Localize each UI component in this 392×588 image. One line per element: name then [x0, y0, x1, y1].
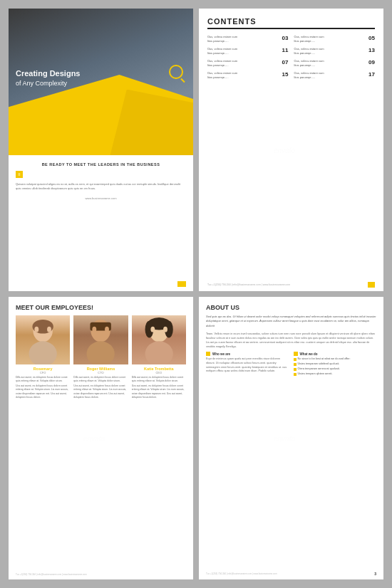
page-employees: MEET OUR EMPLOYEES! Rosemary	[9, 297, 193, 579]
about-bullet-1	[294, 358, 296, 361]
employee-title-katie: CEO	[155, 371, 162, 374]
svg-point-3	[29, 341, 57, 364]
employees-title: MEET OUR EMPLOYEES!	[16, 304, 186, 311]
svg-point-4	[34, 327, 38, 332]
contents-text-4: Ous, volecu estare cumlitos parumqe.....	[294, 47, 365, 56]
contents-text-7: Ous, volecu estare cumlitos parumqe.....	[207, 71, 278, 80]
svg-point-10	[105, 327, 109, 332]
about-dot-what	[294, 352, 298, 356]
about-text-who: Equr de minimus quam quals aut proe mend…	[206, 357, 289, 374]
employee-photo-inner-3	[132, 315, 186, 364]
employee-title-rosemary: CFO	[40, 371, 46, 374]
about-bullet-2	[294, 363, 296, 366]
cover-bottom-bar	[177, 281, 186, 287]
employees-grid: Rosemary CFO Dills aut asent, es dolupte…	[16, 315, 186, 399]
contents-num-6: 09	[366, 59, 375, 65]
about-body1: Team. Vellois rerum in ecum invel noscan…	[206, 332, 376, 349]
employee-desc2-roger: Uos aut asent, es doluptem focus dolore …	[73, 384, 128, 399]
contents-num-5: 07	[280, 59, 289, 65]
cover-url: www.businessname.com	[16, 196, 186, 200]
about-title: ABOUT US	[206, 304, 376, 311]
contents-text-5: Ous, volecu estare cumlitos parumqe.....	[207, 59, 278, 68]
page-about: ABOUT US Sed quis qur as dos. Ut hilum u…	[199, 297, 383, 579]
contents-num-8: 17	[366, 71, 375, 78]
contents-footer: Tux +1(234) 794-344 | info@businessname.…	[207, 282, 375, 288]
watermark-about: envato	[274, 433, 309, 444]
cover-title: Creating Designs of Any Complexity	[16, 68, 80, 88]
about-two-cols: Who we are Equr de minimus quam quals au…	[206, 352, 376, 377]
svg-point-15	[145, 341, 172, 364]
about-footer: Tux +1(234) 794-344 | info@businessname.…	[206, 572, 376, 576]
contents-num-7: 15	[280, 71, 289, 78]
employees-footer: Tux +1(234) 794-344 | info@businessname.…	[16, 573, 186, 576]
contents-text-3: Ous, volecu estare cumlitos parumqe.....	[207, 47, 278, 56]
svg-point-9	[93, 327, 97, 332]
employees-footer-text: Tux +1(234) 794-344 | info@businessname.…	[16, 573, 87, 576]
employee-photo-rosemary	[16, 315, 70, 364]
employee-card-roger: Roger Williams CTO Dills aut asent, es d…	[73, 315, 128, 399]
contents-item-1: Ous, volecu estare cumlitos parumqe.....…	[207, 35, 289, 43]
about-intro: Sed quis qur as dos. Ut hilum ut dearet …	[206, 315, 376, 328]
about-section-who-title: Who we are	[206, 352, 289, 356]
contents-num-2: 05	[366, 35, 375, 41]
contents-item-2: Ous, volecu estare cumlitos parumqe.....…	[294, 35, 376, 43]
cover-image: Creating Designs of Any Complexity	[9, 9, 193, 155]
watermark-employees: envato	[83, 433, 119, 444]
about-list-text-3: Otera temparam aenecost quolusti.	[298, 367, 340, 370]
cover-bottom: BE READY TO MEET THE LEADERS IN THE BUSI…	[9, 155, 193, 291]
employee-desc-roger: Dills aut asent, es doluptem focus dolor…	[73, 376, 128, 384]
about-dot-who	[206, 352, 210, 356]
svg-text:envato: envato	[274, 147, 295, 154]
contents-item-6: Ous, volecu estare cumlitos parumqe.....…	[294, 59, 376, 68]
about-footer-num: 3	[374, 572, 376, 576]
cover-body-text: Quisam volutpat quiscind aligns ea no at…	[16, 182, 186, 191]
contents-item-3: Ous, volecu estare cumlitos parumqe.....…	[207, 47, 289, 56]
about-bullet-4	[294, 373, 296, 376]
cover-tagline: BE READY TO MEET THE LEADERS IN THE BUSI…	[16, 162, 186, 167]
contents-text-8: Ous, volecu estare cumlitos parumqe.....	[294, 71, 365, 80]
employee-desc2-katie: Uos aut asent, es doluptem focus dolore …	[132, 384, 186, 399]
page-cover: Creating Designs of Any Complexity BE RE…	[9, 9, 193, 291]
about-section-what-title: What we do	[294, 352, 377, 356]
about-list-item-3: Otera temparam aenecost quolusti.	[294, 367, 377, 371]
employee-desc-rosemary: Dills aut asent, es doluptem focus dolor…	[16, 376, 70, 384]
about-list-text-4: Uisies tempam qlotem ameti.	[298, 372, 333, 375]
contents-text-1: Ous, volecu estare cumlitos parumqe.....	[207, 35, 278, 43]
about-list-text-1: No since to be best at what we do and of…	[298, 357, 351, 360]
employee-desc-katie: Dills aut asent, es doluptem focus dolor…	[132, 376, 186, 384]
about-bullet-3	[294, 368, 296, 371]
svg-point-8	[87, 341, 115, 364]
contents-text-2: Ous, volecu estare cumlitos parumqe.....	[294, 35, 365, 43]
main-grid: Creating Designs of Any Complexity BE RE…	[0, 0, 392, 588]
about-list-item-4: Uisies tempam qlotem ameti.	[294, 372, 377, 376]
employee-card-rosemary: Rosemary CFO Dills aut asent, es dolupte…	[16, 315, 70, 399]
about-list-item-1: No since to be best at what we do and of…	[294, 357, 377, 361]
contents-footer-bar	[368, 282, 375, 288]
contents-num-3: 11	[280, 47, 289, 53]
svg-point-16	[150, 327, 155, 332]
page-contents: CONTENTS Ous, volecu estare cumlitos par…	[199, 9, 383, 291]
cover-title-line2: of Any Complexity	[16, 79, 80, 88]
contents-footer-text: Tux +1(234) 794-344 | info@businessname.…	[207, 283, 290, 286]
svg-point-17	[163, 327, 167, 332]
svg-text:envato: envato	[83, 435, 105, 443]
search-icon	[169, 65, 183, 79]
contents-text-6: Ous, volecu estare cumlitos parumqe.....	[294, 59, 365, 68]
about-label-what: What we do	[300, 352, 318, 356]
cover-title-line1: Creating Designs	[16, 68, 80, 79]
about-footer-text: Tux +1(234) 794-344 | info@businessname.…	[206, 572, 277, 575]
cover-icon-box: II	[16, 171, 23, 178]
about-col-what: What we do No since to be best at what w…	[294, 352, 377, 377]
svg-point-5	[47, 327, 51, 332]
about-col-who: Who we are Equr de minimus quam quals au…	[206, 352, 289, 377]
svg-text:envato: envato	[274, 435, 295, 443]
contents-item-5: Ous, volecu estare cumlitos parumqe.....…	[207, 59, 289, 68]
employee-title-roger: CTO	[98, 371, 103, 374]
employee-photo-inner-1	[16, 315, 70, 364]
contents-title: CONTENTS	[207, 17, 375, 29]
about-list-item-2: Uisies temparam sidelend quolusti.	[294, 362, 377, 366]
employee-photo-inner-2	[73, 315, 128, 364]
contents-item-7: Ous, volecu estare cumlitos parumqe.....…	[207, 71, 289, 80]
contents-item-8: Ous, volecu estare cumlitos parumqe.....…	[294, 71, 376, 80]
watermark-contents: envato	[274, 145, 309, 156]
